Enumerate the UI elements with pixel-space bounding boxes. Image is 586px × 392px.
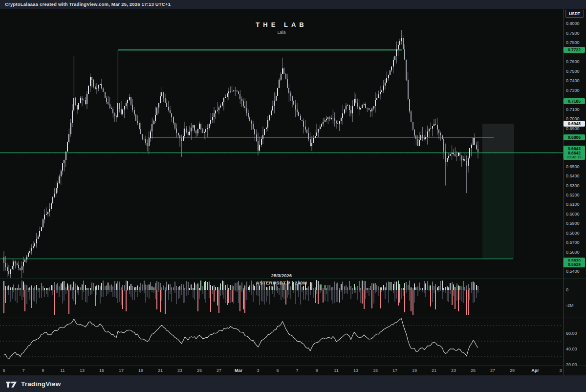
- price-tick-label: 0.5800: [566, 231, 580, 236]
- price-tick-label: 0.7100: [566, 107, 580, 112]
- rsi-tick-label: 40.00: [566, 347, 577, 352]
- time-tick-label: 29: [506, 368, 519, 373]
- time-tick-label: 27: [486, 368, 499, 373]
- price-line-badge[interactable]: 0.7722: [564, 47, 585, 53]
- rsi-tick-label: 20.00: [566, 362, 577, 368]
- price-tick-label: 0.5900: [566, 221, 580, 226]
- price-tick-label: 0.7800: [566, 40, 580, 45]
- current-price-badge: 0.664203:46:18: [564, 150, 585, 160]
- price-axis[interactable]: USDT 0 -2M 0.80000.79000.78000.76000.750…: [563, 9, 586, 375]
- time-tick-label: 9: [310, 368, 323, 373]
- axis-separator-vertical: [563, 9, 564, 375]
- chart-date-label: 25/3/2026: [0, 273, 563, 278]
- time-tick-label: 19: [134, 368, 147, 373]
- volume-zero-label: 0: [566, 287, 568, 293]
- footer-bar: TradingView: [0, 375, 586, 392]
- pane-separator-volume[interactable]: [0, 279, 586, 279]
- time-tick-label: Apr: [529, 368, 542, 373]
- time-tick-label: 15: [369, 368, 382, 373]
- attribution-text: CryptoLalaaaa created with TradingView.c…: [5, 1, 171, 7]
- tradingview-logo-icon[interactable]: [6, 380, 18, 388]
- price-tick-label: 0.6900: [566, 126, 580, 131]
- time-tick-label: 11: [330, 368, 343, 373]
- time-tick-label: 25: [467, 368, 479, 373]
- watermark-title: THE LAB: [0, 21, 563, 28]
- price-tick-label: 0.6100: [566, 202, 580, 207]
- time-tick-label: 19: [408, 368, 421, 373]
- time-tick-label: 23: [447, 368, 460, 373]
- time-tick-label: 21: [154, 368, 167, 373]
- pane-separator-rsi[interactable]: [0, 318, 586, 318]
- time-tick-label: 3: [252, 368, 264, 373]
- attribution-bar: CryptoLalaaaa created with TradingView.c…: [0, 0, 586, 9]
- time-tick-label: Mar: [232, 368, 245, 373]
- price-tick-label: 0.7300: [566, 88, 580, 93]
- time-tick-label: 5: [0, 368, 10, 373]
- price-line-badge[interactable]: 0.6806: [564, 134, 585, 140]
- time-tick-label: 5: [271, 368, 284, 373]
- time-tick-label: 9: [37, 368, 49, 373]
- time-tick-label: 17: [115, 368, 128, 373]
- chart-symbol-label: ASTERUSDT.P | 240M: [0, 280, 563, 285]
- price-tick-label: 0.7900: [566, 31, 580, 36]
- price-tick-label: 0.5400: [566, 269, 580, 274]
- price-tick-label: 0.7500: [566, 69, 580, 74]
- price-line-badge[interactable]: 0.7185: [564, 98, 585, 104]
- time-tick-label: 13: [76, 368, 88, 373]
- price-tick-label: 0.6200: [566, 193, 580, 198]
- price-tick-label: 0.5600: [566, 250, 580, 255]
- time-tick-label: 13: [349, 368, 362, 373]
- price-tick-label: 0.6500: [566, 164, 580, 170]
- price-tick-label: 0.6000: [566, 212, 580, 217]
- time-tick-label: 7: [17, 368, 30, 373]
- price-tick-label: 0.8000: [566, 21, 580, 26]
- tradingview-chart-window: CryptoLalaaaa created with TradingView.c…: [0, 0, 586, 392]
- tradingview-wordmark[interactable]: TradingView: [21, 380, 61, 388]
- time-tick-label: 25: [193, 368, 206, 373]
- time-tick-label: 7: [291, 368, 304, 373]
- time-tick-label: 21: [428, 368, 440, 373]
- price-tick-label: 0.7600: [566, 59, 580, 65]
- watermark-subtitle: Lala: [0, 30, 563, 35]
- quote-currency-button[interactable]: USDT: [565, 10, 584, 18]
- price-line-badge[interactable]: 0.6948: [564, 121, 585, 127]
- price-tick-label: 0.6400: [566, 174, 580, 179]
- price-tick-label: 0.7400: [566, 78, 580, 84]
- time-tick-label: 3: [554, 368, 567, 373]
- chart-area[interactable]: THE LAB Lala 25/3/2026 ASTERUSDT.P | 240…: [0, 9, 563, 375]
- price-tick-label: 0.6300: [566, 183, 580, 189]
- price-tick-label: 0.5700: [566, 240, 580, 245]
- rsi-tick-label: 60.00: [566, 331, 577, 336]
- time-tick-label: 27: [213, 368, 225, 373]
- time-tick-label: 23: [174, 368, 186, 373]
- time-axis[interactable]: 579111315171921232527Mar3579111315171921…: [0, 366, 563, 375]
- time-tick-label: 17: [389, 368, 401, 373]
- time-tick-label: 15: [95, 368, 108, 373]
- price-line-badge[interactable]: 0.5529: [564, 261, 585, 267]
- volume-neg-label: -2M: [566, 303, 574, 308]
- price-chart-canvas: [0, 9, 563, 375]
- time-tick-label: 11: [56, 368, 69, 373]
